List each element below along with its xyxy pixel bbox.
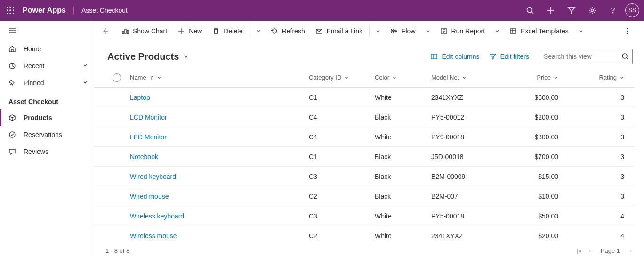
view-title-label: Active Products: [107, 51, 179, 62]
product-link[interactable]: Laptop: [130, 94, 150, 101]
settings-icon[interactable]: [582, 0, 603, 21]
cell-rating: 3: [577, 193, 634, 200]
grid-footer: 1 - 8 of 8 |◂ ← Page 1 →: [94, 243, 644, 258]
cell-category: C4: [309, 113, 375, 121]
run-report-dropdown[interactable]: [491, 24, 504, 39]
table-row[interactable]: LCD Monitor C4 Black PY5-00012 $200.00 3: [94, 107, 635, 127]
table-row[interactable]: Wireless mouse C2 White 2341XYXZ $20.00 …: [94, 226, 635, 243]
help-icon[interactable]: [603, 0, 623, 21]
nav-recent[interactable]: Recent: [0, 57, 94, 74]
column-header-name[interactable]: Name: [130, 74, 309, 81]
cell-color: White: [375, 94, 431, 101]
pager-next-icon[interactable]: →: [627, 247, 633, 254]
chevron-down-icon: [82, 79, 88, 87]
refresh-button[interactable]: Refresh: [266, 24, 310, 39]
svg-rect-0: [7, 7, 8, 8]
nav-home[interactable]: Home: [0, 40, 94, 57]
delete-dropdown[interactable]: [252, 24, 265, 39]
table-row[interactable]: LED Monitor C4 White PY9-00018 $300.00 3: [94, 127, 635, 147]
view-selector[interactable]: Active Products: [107, 51, 189, 62]
cell-rating: 4: [577, 232, 634, 240]
product-link[interactable]: LED Monitor: [130, 133, 167, 141]
column-header-category[interactable]: Category ID: [309, 74, 375, 81]
cell-price: $20.00: [516, 232, 577, 240]
show-chart-button[interactable]: Show Chart: [117, 24, 172, 39]
product-link[interactable]: Wireless mouse: [130, 232, 177, 240]
excel-templates-button[interactable]: Excel Templates: [505, 24, 573, 39]
hamburger-icon[interactable]: [0, 21, 94, 40]
email-link-button[interactable]: Email a Link: [311, 24, 367, 39]
svg-rect-8: [13, 13, 14, 14]
add-icon[interactable]: [540, 0, 561, 21]
table-row[interactable]: Wireless keyboard C3 White PY5-00018 $50…: [94, 206, 635, 226]
svg-rect-6: [7, 13, 8, 14]
nav-products[interactable]: Products: [0, 109, 94, 126]
table-row[interactable]: Laptop C1 White 2341XYXZ $600.00 3: [94, 88, 635, 107]
cell-color: Black: [375, 173, 431, 180]
column-header-color[interactable]: Color: [375, 74, 431, 81]
product-link[interactable]: Wireless keyboard: [130, 212, 184, 220]
column-header-model[interactable]: Model No.: [431, 74, 516, 81]
nav-group-label: Asset Checkout: [0, 91, 94, 109]
nav-reservations[interactable]: Reservations: [0, 126, 94, 143]
svg-rect-21: [122, 31, 124, 34]
view-header: Active Products Edit columns Edit filter…: [94, 41, 644, 68]
table-row[interactable]: Wired keyboard C3 Black B2M-00009 $15.00…: [94, 167, 635, 186]
cell-model: 2341XYXZ: [431, 94, 516, 101]
product-link[interactable]: LCD Monitor: [130, 113, 167, 121]
cell-price: $15.00: [516, 173, 577, 180]
delete-button[interactable]: Delete: [208, 24, 247, 39]
excel-dropdown[interactable]: [574, 24, 588, 39]
back-button[interactable]: [98, 24, 113, 39]
pager-first-icon[interactable]: |◂: [576, 247, 581, 254]
cell-rating: 4: [577, 212, 634, 220]
product-link[interactable]: Wired mouse: [130, 193, 169, 200]
new-button[interactable]: New: [173, 24, 207, 39]
nav-pinned-label: Pinned: [24, 79, 44, 87]
product-link[interactable]: Wired keyboard: [130, 173, 176, 180]
nav-reservations-label: Reservations: [24, 131, 62, 138]
product-link[interactable]: Notebook: [130, 153, 158, 161]
search-input[interactable]: [539, 49, 633, 64]
svg-rect-3: [7, 10, 8, 11]
svg-point-20: [9, 132, 15, 137]
column-header-price[interactable]: Price: [516, 74, 558, 81]
svg-point-36: [627, 32, 628, 33]
filter-icon[interactable]: [561, 0, 582, 21]
cell-model: B2M-007: [431, 193, 516, 200]
brand-label: Power Apps: [21, 6, 74, 15]
flow-dropdown[interactable]: [421, 24, 435, 39]
main-content: Show Chart New Delete Refresh Email a Li…: [94, 21, 644, 258]
table-row[interactable]: Notebook C1 Black J5D-00018 $700.00 3: [94, 147, 635, 167]
pager-prev-icon[interactable]: ←: [588, 247, 594, 254]
edit-filters-button[interactable]: Edit filters: [489, 53, 529, 60]
cell-category: C2: [309, 232, 375, 240]
svg-point-9: [527, 8, 532, 13]
edit-columns-button[interactable]: Edit columns: [430, 53, 479, 60]
nav-pinned[interactable]: Pinned: [0, 74, 94, 91]
app-launcher-icon[interactable]: [0, 0, 21, 21]
nav-reviews-label: Reviews: [24, 148, 48, 155]
cell-color: Black: [375, 153, 431, 161]
email-dropdown[interactable]: [371, 24, 385, 39]
svg-line-42: [627, 58, 628, 59]
chevron-down-icon: [82, 62, 88, 70]
more-commands-icon[interactable]: [620, 24, 635, 39]
user-avatar[interactable]: SS: [625, 3, 639, 17]
select-all-checkbox[interactable]: [104, 73, 130, 82]
svg-rect-37: [431, 54, 437, 59]
nav-reviews[interactable]: Reviews: [0, 143, 94, 160]
cell-rating: 3: [577, 153, 634, 161]
cell-rating: 3: [577, 133, 634, 141]
cell-price: $600.00: [516, 94, 577, 101]
flow-button[interactable]: Flow: [386, 24, 420, 39]
page-label: Page 1: [601, 247, 620, 254]
run-report-button[interactable]: Run Report: [435, 24, 490, 39]
table-row[interactable]: Wired mouse C2 Black B2M-007 $10.00 3: [94, 186, 635, 206]
cell-category: C3: [309, 212, 375, 220]
cell-category: C3: [309, 173, 375, 180]
svg-rect-1: [10, 7, 11, 8]
search-icon[interactable]: [520, 0, 540, 21]
column-header-rating[interactable]: Rating: [577, 74, 624, 81]
separator: [369, 25, 370, 37]
